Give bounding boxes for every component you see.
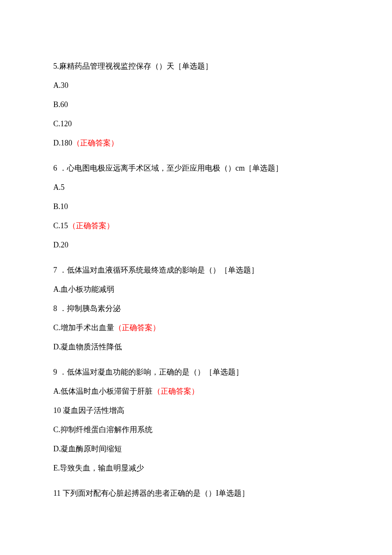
question-9: 9 ．低体温对凝血功能的影响，正确的是（）［单选题］ A.低体温时血小板滞留于肝… xyxy=(53,366,339,474)
option-b: 10 凝血因子活性增高 xyxy=(53,405,339,416)
page: 5.麻精药品管理视视监控保存（）天［单选题］ A.30 B.60 C.120 D… xyxy=(0,0,392,555)
question-7: 7 ．低体温对血液循环系统最终造成的影响是（）［单选题］ A.血小板功能减弱 8… xyxy=(53,264,339,353)
option-a: A.低体温时血小板滞留于肝脏（正确答案） xyxy=(53,386,339,397)
option-text: C.15 xyxy=(53,221,68,230)
question-stem: 9 ．低体温对凝血功能的影响，正确的是（）［单选题］ xyxy=(53,366,339,378)
option-text: C.增加手术出血量 xyxy=(53,323,114,332)
question-6: 6 ．心电图电极应远离手术区域，至少距应用电极（）cm［单选题］ A.5 B.1… xyxy=(53,163,339,251)
option-b: B.10 xyxy=(53,201,339,212)
option-e: E.导致失血，输血明显减少 xyxy=(53,462,339,474)
option-text: A.低体温时血小板滞留于肝脏 xyxy=(53,387,153,395)
question-5: 5.麻精药品管理视视监控保存（）天［单选题］ A.30 B.60 C.120 D… xyxy=(53,61,339,149)
option-d: D.20 xyxy=(53,239,339,251)
option-text: D.180 xyxy=(53,139,72,147)
question-stem: 11 下列面对配有心脏起搏器的患者正确的是（）I单选题］ xyxy=(53,488,339,499)
option-a: A.30 xyxy=(53,80,339,91)
correct-answer-label: （正确答案） xyxy=(68,221,114,230)
question-stem: 7 ．低体温对血液循环系统最终造成的影响是（）［单选题］ xyxy=(53,264,339,276)
question-stem: 5.麻精药品管理视视监控保存（）天［单选题］ xyxy=(53,61,339,72)
option-c: C.15（正确答案） xyxy=(53,220,339,232)
option-c: C.增加手术出血量（正确答案） xyxy=(53,322,339,334)
option-d: D.凝血酶原时间缩短 xyxy=(53,443,339,455)
option-d: D.凝血物质活性降低 xyxy=(53,341,339,353)
option-c: C.120 xyxy=(53,118,339,130)
option-a: A.5 xyxy=(53,182,339,193)
option-b: 8 ．抑制胰岛素分泌 xyxy=(53,303,339,314)
option-a: A.血小板功能减弱 xyxy=(53,284,339,295)
correct-answer-label: （正确答案） xyxy=(114,323,160,332)
option-b: B.60 xyxy=(53,99,339,110)
question-11: 11 下列面对配有心脏起搏器的患者正确的是（）I单选题］ xyxy=(53,488,339,499)
option-c: C.抑制纤维蛋白溶解作用系统 xyxy=(53,424,339,436)
correct-answer-label: （正确答案） xyxy=(72,139,118,147)
question-stem: 6 ．心电图电极应远离手术区域，至少距应用电极（）cm［单选题］ xyxy=(53,163,339,174)
correct-answer-label: （正确答案） xyxy=(153,387,199,395)
option-d: D.180（正确答案） xyxy=(53,137,339,149)
